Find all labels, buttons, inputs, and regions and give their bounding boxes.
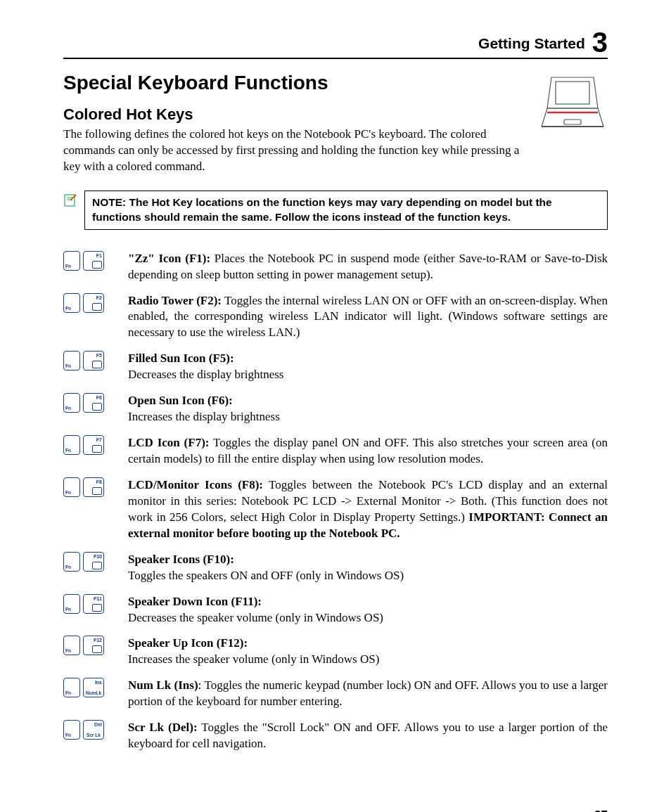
hotkey-item: FnF10Speaker Icons (F10): Toggles the sp…: [63, 552, 608, 584]
hotkey-description: Scr Lk (Del): Toggles the "Scroll Lock" …: [128, 720, 608, 752]
note-row: NOTE: The Hot Key locations on the funct…: [63, 191, 608, 230]
intro-paragraph: The following defines the colored hot ke…: [63, 127, 530, 175]
key-combo: FnDelScr Lk: [63, 720, 115, 740]
page-subtitle: Colored Hot Keys: [63, 105, 530, 124]
key-combo: FnInsNumLk: [63, 678, 115, 697]
function-key-bottom-label: [92, 562, 102, 569]
fn-key-label: Fn: [65, 565, 78, 569]
fn-key-label: Fn: [65, 490, 78, 495]
function-key-top-label: Ins: [85, 680, 102, 685]
function-key-top-label: Del: [85, 722, 102, 727]
function-key-icon: F5: [83, 351, 104, 370]
hotkey-body: Toggles the speakers ON and OFF (only in…: [128, 569, 404, 582]
fn-key-icon: Fn: [63, 594, 80, 614]
function-key-icon: F11: [83, 594, 104, 614]
hotkey-description: LCD Icon (F7): Toggles the display panel…: [128, 435, 608, 468]
key-combo: FnF2: [63, 293, 115, 313]
key-combo: FnF7: [63, 435, 115, 455]
key-combo: FnF6: [63, 393, 115, 413]
chapter-label: Getting Started: [478, 35, 585, 56]
function-key-bottom-label: [92, 261, 102, 269]
hotkey-item: FnDelScr LkScr Lk (Del): Toggles the "Sc…: [63, 720, 608, 752]
hotkey-description: Num Lk (Ins): Toggles the numeric keypad…: [128, 678, 608, 710]
fn-key-icon: Fn: [63, 351, 80, 370]
function-key-top-label: F12: [85, 638, 102, 643]
function-key-icon: F12: [83, 636, 104, 655]
function-key-top-label: F1: [85, 253, 102, 258]
fn-key-icon: Fn: [63, 251, 80, 271]
hotkey-description: Radio Tower (F2): Toggles the internal w…: [128, 293, 608, 342]
hotkey-body: Decreases the speaker volume (only in Wi…: [128, 611, 383, 624]
function-key-icon: F2: [83, 293, 104, 313]
fn-key-label: Fn: [65, 306, 78, 311]
fn-key-label: Fn: [65, 406, 78, 411]
note-box: NOTE: The Hot Key locations on the funct…: [84, 191, 608, 230]
hotkey-item: FnF8LCD/Monitor Icons (F8): Toggles betw…: [63, 477, 608, 542]
hotkey-head: Speaker Icons (F10):: [128, 553, 234, 566]
function-key-icon: F1: [83, 251, 104, 271]
fn-key-label: Fn: [65, 363, 78, 368]
function-key-bottom-label: [92, 487, 102, 495]
hotkey-description: Speaker Down Icon (F11): Decreases the s…: [128, 594, 608, 626]
function-key-bottom-label: [92, 604, 102, 612]
fn-key-icon: Fn: [63, 636, 80, 655]
hotkey-item: FnF5Filled Sun Icon (F5): Decreases the …: [63, 351, 608, 383]
function-key-icon: InsNumLk: [83, 678, 104, 697]
svg-rect-0: [556, 82, 589, 104]
key-combo: FnF12: [63, 636, 115, 655]
laptop-icon: [537, 72, 608, 138]
function-key-icon: F7: [83, 435, 104, 455]
svg-rect-3: [564, 120, 581, 124]
function-key-bottom-label: [92, 403, 102, 411]
fn-key-icon: Fn: [63, 477, 80, 497]
function-key-icon: F10: [83, 552, 104, 572]
hotkey-description: Filled Sun Icon (F5): Decreases the disp…: [128, 351, 608, 383]
function-key-top-label: F2: [85, 295, 102, 300]
hotkey-head: Num Lk (Ins): [128, 678, 198, 692]
hotkey-item: FnF12Speaker Up Icon (F12): Increases th…: [63, 636, 608, 668]
function-key-icon: F8: [83, 477, 104, 497]
function-key-bottom-label: [92, 645, 102, 653]
key-combo: FnF8: [63, 477, 115, 497]
hotkey-item: FnInsNumLkNum Lk (Ins): Toggles the nume…: [63, 678, 608, 710]
function-key-icon: F6: [83, 393, 104, 413]
hotkey-body: Increases the display brightness: [128, 410, 280, 423]
hotkey-head: Scr Lk (Del):: [128, 721, 198, 734]
page-title: Special Keyboard Functions: [63, 72, 530, 94]
fn-key-label: Fn: [65, 733, 78, 737]
function-key-top-label: F11: [85, 596, 102, 601]
function-key-top-label: F6: [85, 395, 102, 400]
function-key-bottom-label: [92, 361, 102, 368]
function-key-top-label: F8: [85, 479, 102, 484]
fn-key-icon: Fn: [63, 435, 80, 455]
fn-key-icon: Fn: [63, 720, 80, 740]
hotkey-item: FnF11Speaker Down Icon (F11): Decreases …: [63, 594, 608, 626]
hotkey-head: LCD Icon (F7):: [128, 436, 209, 449]
hotkey-description: Open Sun Icon (F6): Increases the displa…: [128, 393, 608, 425]
hotkey-body: Toggles the "Scroll Lock" ON and OFF. Al…: [128, 721, 608, 750]
hotkey-item: FnF1"Zz" Icon (F1): Places the Notebook …: [63, 251, 608, 283]
hotkey-head: Radio Tower (F2):: [128, 294, 222, 307]
hotkey-head: Filled Sun Icon (F5):: [128, 352, 234, 365]
fn-key-icon: Fn: [63, 293, 80, 313]
function-key-top-label: F7: [85, 437, 102, 442]
function-key-bottom-label: NumLk: [85, 690, 102, 695]
key-combo: FnF5: [63, 351, 115, 370]
fn-key-label: Fn: [65, 607, 78, 612]
fn-key-icon: Fn: [63, 678, 80, 697]
function-key-icon: DelScr Lk: [83, 720, 104, 740]
page-number: 27: [63, 808, 608, 812]
key-combo: FnF1: [63, 251, 115, 271]
hotkey-head: Speaker Up Icon (F12):: [128, 636, 248, 650]
hotkey-head: Open Sun Icon (F6):: [128, 394, 233, 407]
hotkey-head: Speaker Down Icon (F11):: [128, 595, 262, 608]
fn-key-label: Fn: [65, 648, 78, 653]
hotkey-head: LCD/Monitor Icons (F8):: [128, 478, 263, 491]
function-key-bottom-label: [92, 303, 102, 311]
hotkey-item: FnF7LCD Icon (F7): Toggles the display p…: [63, 435, 608, 468]
hotkey-item: FnF2Radio Tower (F2): Toggles the intern…: [63, 293, 608, 342]
hotkey-item: FnF6Open Sun Icon (F6): Increases the di…: [63, 393, 608, 425]
fn-key-label: Fn: [65, 448, 78, 453]
hotkey-description: "Zz" Icon (F1): Places the Notebook PC i…: [128, 251, 608, 283]
function-key-top-label: F5: [85, 353, 102, 358]
